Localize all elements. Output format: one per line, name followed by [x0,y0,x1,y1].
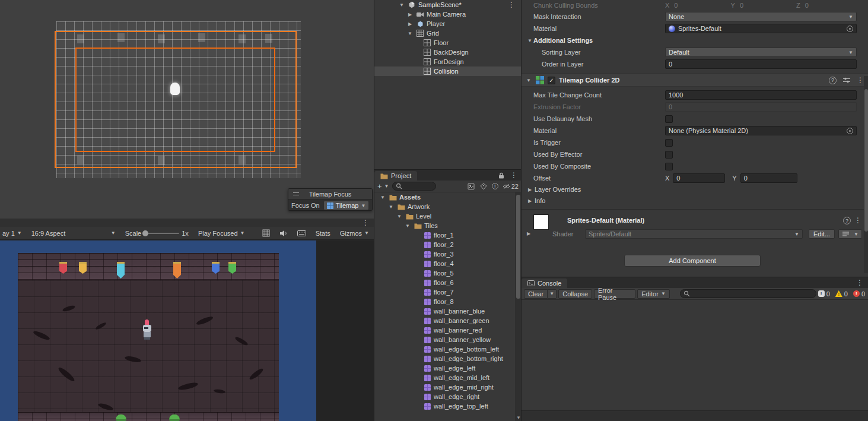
help-icon[interactable]: ? [843,217,851,224]
gizmos-dropdown[interactable]: Gizmos ▼ [338,227,371,240]
used-by-composite-checkbox[interactable] [665,163,673,170]
console-search-input[interactable] [692,290,813,297]
physics-material-object-field[interactable]: None (Physics Material 2D) [665,126,857,135]
layer-overrides-foldout[interactable]: ▶ Layer Overrides [522,184,864,195]
project-search-input[interactable] [404,183,433,190]
asset-row[interactable]: wall_edge_bottom_left [374,344,515,354]
focus-target-dropdown[interactable]: Tilemap ▼ [323,201,369,210]
hierarchy-item-backdesign[interactable]: BackDesign [374,48,521,57]
offset-x-input[interactable]: 0 [673,173,725,183]
material-menu-button[interactable]: ▼ [838,229,862,239]
folder-row-artwork[interactable]: ▼ Artwork [374,202,515,211]
material-preview-swatch[interactable] [533,214,549,230]
kebab-icon[interactable]: ⋮ [857,77,864,84]
presets-icon[interactable] [842,75,851,85]
asset-row[interactable]: wall_edge_left [374,363,515,373]
slider-knob-icon[interactable] [142,230,148,236]
folder-row-level[interactable]: ▼ Level [374,211,515,221]
hierarchy-item-floor[interactable]: Floor [374,38,521,48]
stats-button[interactable]: Stats [313,227,333,240]
aspect-ratio-dropdown[interactable]: 16:9 Aspect ▼ [29,227,118,240]
chevron-right-icon[interactable]: ▶ [526,198,533,204]
tilemap-focus-overlay[interactable]: Tilemap Focus Focus On Tilemap ▼ [288,188,373,211]
mask-interaction-dropdown[interactable]: None ▼ [665,12,857,21]
console-log-area[interactable] [522,300,868,421]
chevron-right-icon[interactable]: ▶ [525,231,532,236]
asset-row[interactable]: floor_5 [374,268,515,278]
selected-sprite[interactable] [170,83,180,95]
chevron-right-icon[interactable]: ▶ [406,21,414,27]
scene-view[interactable]: Tilemap Focus Focus On Tilemap ▼ [0,0,374,221]
chevron-down-icon[interactable]: ▼ [396,214,403,219]
asset-row[interactable]: wall_edge_mid_right [374,382,515,392]
scale-control[interactable]: Scale 1x [123,227,191,240]
add-component-button[interactable]: Add Component [624,255,761,267]
shader-dropdown[interactable]: Sprites/Default ▼ [585,229,803,239]
chevron-down-icon[interactable]: ▼ [379,195,386,200]
error-pause-button[interactable]: Error Pause [594,289,635,299]
info-icon[interactable]: ! [492,183,498,189]
mute-audio-icon[interactable] [277,227,290,240]
drag-grip-icon[interactable] [293,192,299,195]
tab-console[interactable]: Console [522,278,567,288]
asset-row[interactable]: wall_banner_red [374,325,515,335]
order-in-layer-input[interactable]: 0 [665,59,857,69]
project-scrollbar[interactable]: ▼ [515,192,521,421]
editor-dropdown[interactable]: Editor ▼ [637,289,670,299]
additional-settings-foldout[interactable]: ▼ Additional Settings [522,34,864,46]
chevron-down-icon[interactable]: ▼ [525,78,532,83]
clear-button[interactable]: Clear [524,289,548,299]
lock-icon[interactable] [497,171,505,179]
play-focused-dropdown[interactable]: Play Focused ▼ [196,227,247,240]
game-render-area[interactable] [0,240,374,421]
collapse-button[interactable]: Collapse [558,289,592,299]
asset-row[interactable]: floor_7 [374,287,515,297]
chevron-down-icon[interactable]: ▼ [404,223,411,229]
hidden-count[interactable]: 22 [503,183,519,190]
hierarchy-item-main-camera[interactable]: ▶ Main Camera [374,10,521,19]
chevron-down-icon[interactable]: ▼ [387,204,395,210]
filter-by-label-icon[interactable] [479,182,488,191]
edit-shader-button[interactable]: Edit... [809,229,835,239]
help-icon[interactable]: ? [829,77,837,84]
display-dropdown[interactable]: ay 1 ▼ [0,227,24,240]
hierarchy-item-player[interactable]: ▶ Player [374,19,521,29]
frame-debugger-icon[interactable] [260,227,272,240]
info-foldout[interactable]: ▶ Info [522,195,864,206]
used-by-effector-checkbox[interactable] [665,151,673,159]
max-tile-change-input[interactable]: 1000 [665,90,857,100]
sorting-layer-dropdown[interactable]: Default ▼ [665,48,857,57]
hierarchy-item-samplescene[interactable]: ▼ SampleScene* ⋮ [374,0,521,10]
component-enabled-checkbox[interactable]: ✓ [548,77,555,84]
tilemap-collider-header[interactable]: ▼ ✓ Tilemap Collider 2D ? ⋮ [522,74,868,87]
hierarchy-item-grid[interactable]: ▼ Grid [374,29,521,38]
chevron-down-icon[interactable]: ▼ [406,31,414,36]
asset-row[interactable]: floor_4 [374,259,515,268]
tab-project[interactable]: Project [374,171,417,181]
asset-row[interactable]: wall_edge_bottom_right [374,354,515,363]
material-object-field[interactable]: Sprites-Default [665,24,857,33]
folder-row-tiles[interactable]: ▼ Tiles [374,221,515,230]
error-count-badge[interactable]: ! 0 [853,290,865,297]
asset-row[interactable]: wall_banner_yellow [374,335,515,344]
asset-row[interactable]: floor_2 [374,240,515,249]
scrollbar-thumb[interactable] [864,89,868,232]
asset-row[interactable]: wall_edge_top_left [374,401,515,411]
object-picker-icon[interactable] [847,128,853,134]
chevron-down-icon[interactable]: ▼ [526,38,533,43]
use-delaunay-checkbox[interactable] [665,115,673,123]
scale-slider[interactable] [144,233,179,234]
chevron-down-icon[interactable]: ▼ [398,2,405,8]
kebab-icon[interactable]: ⋮ [854,217,861,224]
scroll-down-icon[interactable]: ▼ [515,415,521,420]
filter-by-type-icon[interactable] [467,182,475,191]
asset-row[interactable]: floor_6 [374,278,515,287]
project-search[interactable] [392,182,436,191]
asset-row[interactable]: wall_edge_mid_left [374,373,515,382]
create-asset-button[interactable]: + ▼ [377,182,389,191]
clear-options-dropdown[interactable]: ▼ [548,289,557,299]
kebab-icon[interactable]: ⋮ [510,172,517,179]
chevron-right-icon[interactable]: ▶ [406,12,414,17]
info-count-badge[interactable]: ! 0 [818,290,830,297]
is-trigger-checkbox[interactable] [665,139,673,147]
